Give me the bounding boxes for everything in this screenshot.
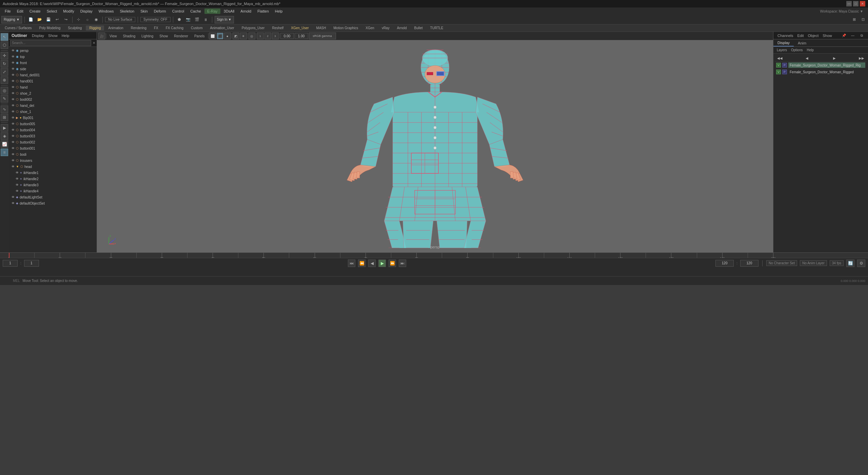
tab-fx-caching[interactable]: FX Caching: [162, 25, 187, 31]
rigging-mode-dropdown[interactable]: Rigging ▼: [1, 16, 22, 23]
outliner-item-head[interactable]: 👁 ▼ ⬡ head: [9, 164, 97, 170]
redo-btn[interactable]: ↪: [62, 16, 70, 23]
vp-wireframe-btn[interactable]: ⬜: [209, 33, 216, 39]
tab-custom[interactable]: Custom: [188, 25, 206, 31]
select-tool-btn[interactable]: ⊹: [75, 16, 82, 23]
render-btn[interactable]: 🎬: [193, 16, 201, 23]
tab-motion-graphics[interactable]: Motion Graphics: [330, 25, 362, 31]
tab-sculpting[interactable]: Sculpting: [64, 25, 85, 31]
loop-btn[interactable]: 🔄: [846, 260, 854, 267]
snap-grid-tool[interactable]: ⊞: [1, 114, 8, 121]
menu-arnold[interactable]: Arnold: [238, 8, 254, 14]
vp-gamma-val2[interactable]: [295, 33, 308, 39]
vp-tab-view[interactable]: View: [107, 34, 120, 39]
ch-forward-btn[interactable]: ▶: [831, 55, 838, 62]
close-button[interactable]: ✕: [860, 1, 865, 6]
tab-fx[interactable]: FX: [151, 25, 162, 31]
tab-bullet[interactable]: Bullet: [411, 25, 426, 31]
settings-btn[interactable]: ⚙: [857, 260, 865, 267]
outliner-item-button002[interactable]: 👁 ⬡ button002: [9, 139, 97, 145]
step-fwd-btn[interactable]: ⏩: [389, 260, 396, 267]
ch-tab-anim[interactable]: Anim: [794, 40, 810, 46]
new-file-btn[interactable]: 📄: [27, 16, 35, 23]
vp-tab-lighting[interactable]: Lighting: [139, 34, 156, 39]
vp-ssao-btn[interactable]: ◎: [249, 33, 255, 39]
open-file-btn[interactable]: 📂: [36, 16, 43, 23]
save-file-btn[interactable]: 💾: [45, 16, 52, 23]
vp-tab-renderer[interactable]: Renderer: [171, 34, 191, 39]
symmetry-badge[interactable]: Symmetry: OFF: [140, 17, 171, 22]
ch-edit-menu[interactable]: Edit: [796, 34, 805, 38]
viewport-content[interactable]: .mesh-line { stroke: #e05070; stroke-wid…: [97, 40, 773, 252]
tab-xgen[interactable]: XGen: [362, 25, 378, 31]
render-view-tool[interactable]: ▶: [1, 124, 8, 132]
menu-help[interactable]: Help: [272, 8, 285, 14]
layer-playback-1[interactable]: P: [782, 63, 787, 68]
tab-rendering[interactable]: Rendering: [127, 25, 150, 31]
vp-tab-shading[interactable]: Shading: [120, 34, 138, 39]
vp-hi-res-btn[interactable]: 3: [272, 33, 279, 39]
current-frame-field[interactable]: [24, 260, 39, 267]
outliner-item-defaultlightset[interactable]: 👁 ◈ defaultLightSet: [9, 194, 97, 200]
menu-create[interactable]: Create: [27, 8, 43, 14]
menu-edit[interactable]: Edit: [14, 8, 26, 14]
outliner-item-side[interactable]: 👁 ◉ side: [9, 66, 97, 72]
ch-sub-help[interactable]: Help: [805, 48, 815, 52]
outliner-item-button003[interactable]: 👁 ⬡ button003: [9, 133, 97, 139]
outliner-item-persp[interactable]: 👁 ◉ persp: [9, 48, 97, 54]
ch-show-menu[interactable]: Show: [821, 34, 833, 38]
vp-light-btn[interactable]: ☀: [240, 33, 247, 39]
ch-prev-btn[interactable]: ◀◀: [776, 55, 784, 62]
universal-tool[interactable]: ⊕: [1, 76, 8, 84]
ch-sub-options[interactable]: Options: [790, 48, 804, 52]
tab-rigging[interactable]: Rigging: [86, 25, 104, 31]
outliner-show-menu[interactable]: Show: [46, 34, 60, 38]
menu-cache[interactable]: Cache: [188, 8, 204, 14]
outliner-search-input[interactable]: [10, 40, 91, 46]
move-tool[interactable]: ✛: [1, 52, 8, 59]
outliner-item-bip001[interactable]: 👁 ▶ ● Bip001: [9, 115, 97, 121]
outliner-item-shoe1[interactable]: 👁 ⬡ shoe_1: [9, 109, 97, 115]
tab-xgen-user[interactable]: XGen_User: [288, 25, 312, 31]
menu-windows[interactable]: Windows: [96, 8, 117, 14]
ch-minimize-btn[interactable]: —: [849, 32, 856, 39]
tab-turtle[interactable]: TURTLE: [427, 25, 447, 31]
sculpt-tool[interactable]: ✎: [1, 95, 8, 102]
menu-control[interactable]: Control: [170, 8, 187, 14]
outliner-item-ikhandle3[interactable]: 👁 ⋄ ikHandle3: [9, 182, 97, 188]
ch-sub-layers[interactable]: Layers: [775, 48, 788, 52]
outliner-item-trousers[interactable]: 👁 ⬡ trousers: [9, 157, 97, 164]
outliner-search-clear[interactable]: ✕: [93, 41, 95, 45]
play-back-btn[interactable]: ◀: [368, 260, 376, 267]
ch-channels-menu[interactable]: Channels: [776, 34, 794, 38]
hypershade-tool[interactable]: ◈: [1, 132, 8, 140]
vp-gamma-val1[interactable]: [280, 33, 294, 39]
ch-pin-btn[interactable]: 📌: [840, 32, 848, 39]
pause-btn[interactable]: ⏸: [202, 16, 210, 23]
goto-end-btn[interactable]: ⏭: [399, 260, 406, 267]
lasso-btn[interactable]: ○: [84, 16, 91, 23]
vp-smooth-wire-btn[interactable]: ⬛: [217, 33, 223, 39]
undo-btn[interactable]: ↩: [54, 16, 61, 23]
curve-tool[interactable]: ∿: [1, 106, 8, 113]
maximize-button[interactable]: □: [853, 1, 859, 6]
outliner-tool[interactable]: ≡: [1, 149, 8, 156]
layer-name-1[interactable]: Female_Surgeon_Doctor_Woman_Rigged_Rig: [788, 62, 865, 68]
menu-file[interactable]: File: [2, 8, 14, 14]
outliner-display-menu[interactable]: Display: [30, 34, 46, 38]
vp-gamma-btn[interactable]: sRGB gamma: [309, 33, 336, 39]
end-frame-field[interactable]: [715, 260, 734, 267]
paint-select-tool[interactable]: ⬡: [1, 41, 8, 49]
ch-next-btn[interactable]: ▶▶: [858, 55, 865, 62]
display-settings-btn[interactable]: ⊞: [850, 16, 858, 23]
tab-animation-user[interactable]: Animation_User: [206, 25, 237, 31]
soft-select-tool[interactable]: ◎: [1, 87, 8, 94]
anim-end-field[interactable]: [740, 260, 758, 267]
outliner-item-hand-det001[interactable]: 👁 ⬡ hand_det001: [9, 72, 97, 78]
menu-modify[interactable]: Modify: [60, 8, 77, 14]
graph-editor-tool[interactable]: 📈: [1, 140, 8, 148]
menu-deform[interactable]: Deform: [151, 8, 169, 14]
menu-skin[interactable]: Skin: [138, 8, 150, 14]
rotate-tool[interactable]: ↻: [1, 60, 8, 68]
menu-display[interactable]: Display: [78, 8, 95, 14]
